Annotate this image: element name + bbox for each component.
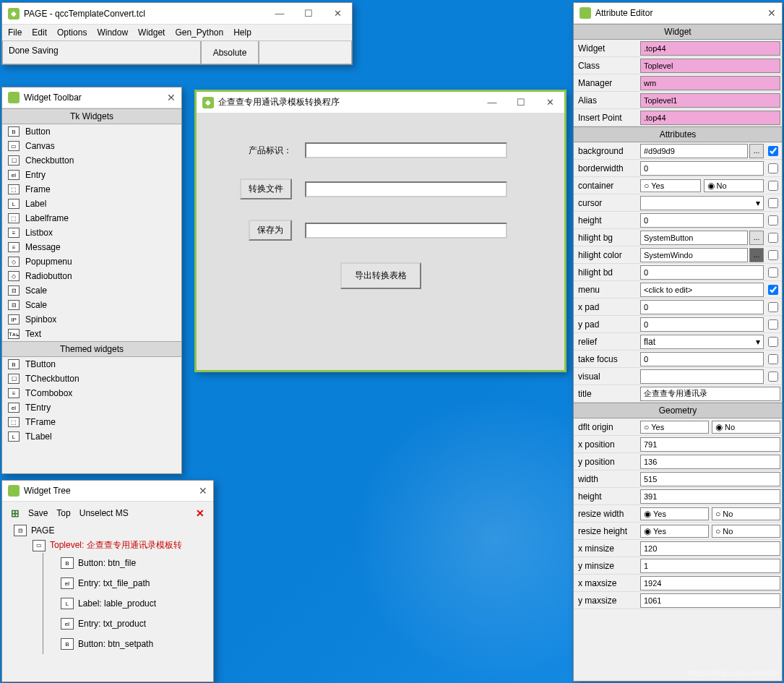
menu-file[interactable]: File <box>8 27 22 38</box>
minimize-button[interactable]: — <box>478 92 507 113</box>
attr-value-input[interactable] <box>640 213 764 228</box>
widget-item-text[interactable]: TᴀʟText <box>2 327 181 341</box>
attr-value-input[interactable] <box>640 387 780 401</box>
minimize-button[interactable]: — <box>265 3 294 25</box>
widget-item-tcheckbutton[interactable]: ☐TCheckbutton <box>2 371 181 386</box>
attr-value-input[interactable] <box>640 472 780 486</box>
attr-value-input[interactable] <box>640 541 780 556</box>
attr-value-input[interactable] <box>640 455 780 469</box>
widget-item-label[interactable]: LLabel <box>2 197 181 211</box>
tree-node[interactable]: LLabel: lable_product <box>61 593 210 614</box>
attr-value-input[interactable] <box>640 41 780 56</box>
close-icon[interactable]: ✕ <box>199 485 207 497</box>
attr-radio-no[interactable]: ◉ No <box>704 179 764 192</box>
tree-node[interactable]: BButton: btn_file <box>61 553 210 573</box>
txt-file-path-entry[interactable] <box>305 181 507 197</box>
attr-checkbox[interactable] <box>768 233 778 243</box>
widget-item-scale[interactable]: ⊟Scale <box>2 298 181 312</box>
attr-checkbox[interactable] <box>768 354 778 364</box>
attr-checkbox[interactable] <box>768 250 778 260</box>
widget-item-labelframe[interactable]: ⬚Labelframe <box>2 211 181 225</box>
tree-top-button[interactable]: Top <box>56 508 70 518</box>
widget-item-tentry[interactable]: eITEntry <box>2 400 181 415</box>
tree-root-node[interactable]: ⊟ PAGE <box>14 523 210 538</box>
attr-value-input[interactable] <box>640 231 748 245</box>
attr-select[interactable]: flat▾ <box>640 335 764 349</box>
attr-titlebar[interactable]: Attribute Editor ✕ <box>574 3 782 24</box>
attr-radio-yes[interactable]: ○ Yes <box>640 179 701 192</box>
attr-checkbox[interactable] <box>768 319 778 330</box>
widget-item-listbox[interactable]: ≡Listbox <box>2 225 181 240</box>
maximize-button[interactable]: ☐ <box>294 3 323 25</box>
widget-item-tcombobox[interactable]: ≡TCombobox <box>2 386 181 400</box>
close-button[interactable]: ✕ <box>323 3 352 25</box>
attr-checkbox[interactable] <box>768 267 778 278</box>
attr-browse-button[interactable]: ... <box>749 248 764 262</box>
attr-value-input[interactable] <box>640 161 764 176</box>
attr-value-input[interactable] <box>640 111 780 125</box>
attr-value-input[interactable] <box>640 283 764 297</box>
toolbar-titlebar[interactable]: Widget Toolbar ✕ <box>2 87 181 108</box>
attr-browse-button[interactable]: ... <box>749 231 764 245</box>
tree-save-button[interactable]: Save <box>28 508 48 518</box>
attr-value-input[interactable] <box>640 300 764 314</box>
expand-icon[interactable]: ⊞ <box>11 507 20 519</box>
attr-value-input[interactable] <box>640 93 780 108</box>
attr-radio-yes[interactable]: ◉ Yes <box>640 525 709 538</box>
widget-item-scale[interactable]: ⊟Scale <box>2 283 181 298</box>
attr-body[interactable]: Widget WidgetClassManagerAliasInsert Poi… <box>574 24 782 679</box>
menu-options[interactable]: Options <box>57 27 87 38</box>
widget-item-checkbutton[interactable]: ☐Checkbutton <box>2 153 181 168</box>
attr-radio-no[interactable]: ○ No <box>712 525 780 538</box>
widget-item-entry[interactable]: eIEntry <box>2 168 181 182</box>
close-icon[interactable]: ✕ <box>167 92 176 103</box>
attr-radio-no[interactable]: ○ No <box>712 507 780 520</box>
attr-value-input[interactable] <box>640 265 764 280</box>
attr-value-input[interactable] <box>640 317 764 332</box>
attr-checkbox[interactable] <box>768 337 778 347</box>
attr-value-input[interactable] <box>640 489 780 504</box>
tree-toplevel-node[interactable]: ▭ Toplevel: 企查查专用通讯录模板转 <box>33 538 210 553</box>
menu-widget[interactable]: Widget <box>138 27 165 38</box>
tree-node[interactable]: eIEntry: txt_product <box>61 614 210 634</box>
txt-setpath-entry[interactable] <box>305 223 507 239</box>
design-titlebar[interactable]: ◆ 企查查专用通讯录模板转换程序 — ☐ ✕ <box>197 92 564 113</box>
attr-checkbox[interactable] <box>768 215 778 225</box>
toolbar-list[interactable]: Tk WidgetsBButton▭Canvas☐CheckbuttoneIEn… <box>2 108 181 451</box>
attr-select[interactable]: ▾ <box>640 196 764 210</box>
attr-radio-no[interactable]: ◉ No <box>712 421 780 434</box>
widget-item-message[interactable]: ≡Message <box>2 240 181 254</box>
widget-item-canvas[interactable]: ▭Canvas <box>2 139 181 153</box>
attr-value-input[interactable] <box>640 576 780 590</box>
attr-checkbox[interactable] <box>768 285 778 295</box>
attr-value-input[interactable] <box>640 76 780 90</box>
btn-export[interactable]: 导出转换表格 <box>340 262 421 289</box>
page-titlebar[interactable]: ◆ PAGE - qccTemplateConvert.tcl — ☐ ✕ <box>2 3 352 25</box>
attr-checkbox[interactable] <box>768 146 778 156</box>
txt-product-entry[interactable] <box>305 142 507 158</box>
tree-node[interactable]: BButton: btn_setpath <box>61 634 210 654</box>
menu-help[interactable]: Help <box>233 27 251 38</box>
widget-item-spinbox[interactable]: IPSpinbox <box>2 312 181 327</box>
attr-checkbox[interactable] <box>768 181 778 191</box>
menu-edit[interactable]: Edit <box>32 27 47 38</box>
attr-browse-button[interactable]: ... <box>749 144 764 158</box>
menu-gen_python[interactable]: Gen_Python <box>175 27 223 38</box>
maximize-button[interactable]: ☐ <box>507 92 535 113</box>
status-mode-button[interactable]: Absolute <box>201 41 259 64</box>
attr-value-input[interactable] <box>640 352 764 366</box>
widget-item-button[interactable]: BButton <box>2 124 181 139</box>
attr-value-input[interactable] <box>640 59 780 73</box>
attr-radio-yes[interactable]: ○ Yes <box>640 421 709 434</box>
widget-item-tbutton[interactable]: BTButton <box>2 357 181 371</box>
attr-value-input[interactable] <box>640 248 748 262</box>
close-icon[interactable]: ✕ <box>767 7 776 19</box>
widget-item-radiobutton[interactable]: ◇Radiobutton <box>2 269 181 283</box>
attr-checkbox[interactable] <box>768 371 778 382</box>
attr-checkbox[interactable] <box>768 198 778 208</box>
widget-item-popupmenu[interactable]: ◇Popupmenu <box>2 254 181 269</box>
tree-titlebar[interactable]: Widget Tree ✕ <box>2 481 213 502</box>
attr-value-input[interactable] <box>640 437 780 452</box>
attr-checkbox[interactable] <box>768 163 778 173</box>
attr-checkbox[interactable] <box>768 302 778 312</box>
